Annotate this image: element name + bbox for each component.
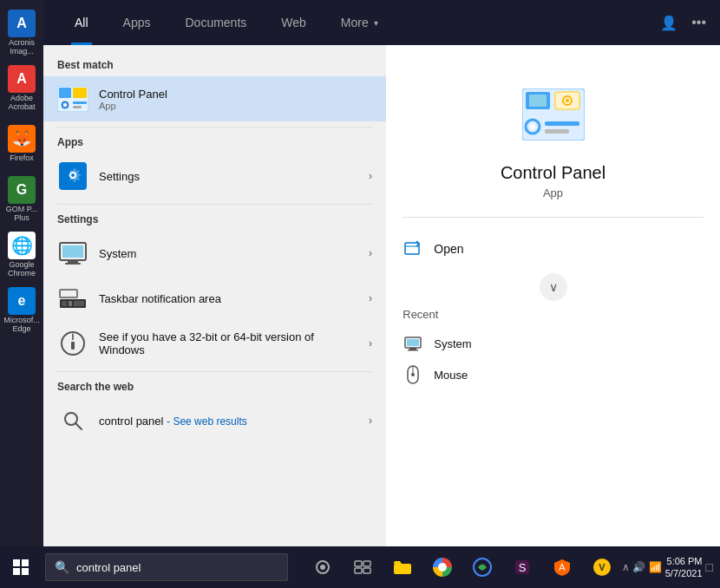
- web-search-item[interactable]: control panel - See web results ›: [43, 398, 386, 443]
- tab-all[interactable]: All: [57, 0, 106, 45]
- slack-button[interactable]: S: [505, 550, 540, 585]
- svg-rect-37: [409, 348, 416, 350]
- svg-rect-26: [529, 95, 547, 107]
- taskbar-search-input[interactable]: [76, 561, 267, 574]
- svg-rect-50: [355, 568, 362, 573]
- tab-web[interactable]: Web: [264, 0, 324, 45]
- vpn-button[interactable]: V: [585, 550, 619, 585]
- taskbar: 🔍: [0, 546, 720, 588]
- start-button[interactable]: [0, 546, 42, 588]
- settings-arrow: ›: [369, 170, 372, 182]
- svg-rect-15: [62, 301, 67, 306]
- web-header: Search the web: [43, 377, 386, 398]
- system-item[interactable]: System ›: [43, 231, 386, 276]
- acronis-icon: A: [8, 10, 36, 37]
- svg-rect-51: [363, 568, 370, 573]
- sidebar-app-edge[interactable]: e Microsof...Edge: [3, 284, 41, 336]
- system-icon: [57, 238, 88, 269]
- results-panel: Best match Control Panel App: [43, 45, 386, 546]
- detail-panel: Control Panel App Open ∨ Recent: [386, 45, 720, 546]
- sidebar-app-acronis[interactable]: A AcronisImag...: [3, 7, 41, 59]
- svg-text:V: V: [599, 562, 605, 572]
- gomp-icon: G: [8, 176, 36, 204]
- web-arrow: ›: [369, 415, 372, 427]
- web-item-text: control panel - See web results: [99, 415, 358, 428]
- taskbar-icon: [57, 283, 88, 314]
- task-view-button[interactable]: [305, 550, 340, 585]
- svg-rect-36: [407, 339, 419, 346]
- open-icon: [403, 238, 423, 259]
- detail-divider: [403, 217, 704, 218]
- expand-button[interactable]: ∨: [540, 273, 567, 301]
- chrome-taskbar-button[interactable]: [425, 550, 460, 585]
- person-icon[interactable]: 👤: [660, 15, 677, 31]
- svg-rect-1: [59, 88, 71, 98]
- best-match-item[interactable]: Control Panel App: [43, 76, 386, 121]
- antivirus-button[interactable]: A: [545, 550, 579, 585]
- bitness-item[interactable]: i See if you have a 32-bit or 64-bit ver…: [43, 321, 386, 366]
- recent-system[interactable]: System: [403, 328, 704, 359]
- system-arrow: ›: [369, 247, 372, 259]
- settings-text: Settings: [99, 170, 358, 183]
- sidebar-app-acrobat[interactable]: A AdobeAcrobat: [3, 62, 41, 114]
- best-match-text: Control Panel App: [99, 88, 372, 111]
- svg-point-4: [63, 103, 67, 107]
- svg-rect-5: [73, 101, 87, 104]
- svg-text:S: S: [519, 561, 527, 574]
- svg-rect-48: [355, 561, 362, 566]
- svg-text:A: A: [559, 562, 566, 572]
- detail-title: Control Panel: [501, 163, 605, 183]
- sidebar-app-gomp[interactable]: G GOM P...Plus: [3, 173, 41, 225]
- detail-subtitle: App: [543, 186, 563, 199]
- svg-rect-45: [22, 568, 29, 575]
- svg-point-47: [320, 565, 325, 570]
- taskbar-search-box[interactable]: 🔍: [45, 553, 288, 581]
- detail-app-icon: [519, 80, 588, 149]
- taskbar-notification-arrow: ›: [369, 292, 372, 304]
- file-explorer-button[interactable]: [385, 550, 420, 585]
- chevron-down-icon: ∨: [549, 280, 558, 294]
- svg-rect-52: [394, 564, 411, 574]
- more-options-icon[interactable]: •••: [691, 15, 706, 30]
- settings-header: Settings: [43, 210, 386, 231]
- chrome-icon: 🌐: [8, 232, 36, 259]
- open-action[interactable]: Open: [403, 232, 704, 266]
- more-chevron-icon: ▾: [374, 18, 378, 28]
- info-icon: i: [57, 328, 88, 359]
- svg-rect-18: [60, 290, 77, 297]
- web-search-icon: [57, 405, 88, 436]
- tab-documents[interactable]: Documents: [167, 0, 264, 45]
- colorful-icon-1[interactable]: [465, 550, 500, 585]
- search-nav: All Apps Documents Web More ▾ 👤 •••: [43, 0, 720, 45]
- taskbar-center-icons: S A V: [305, 550, 619, 585]
- firefox-icon: 🦊: [8, 125, 36, 153]
- bitness-arrow: ›: [369, 337, 372, 350]
- taskbar-right: ∧ 🔊 📶 5:06 PM5/7/2021 □: [622, 555, 720, 580]
- svg-point-41: [411, 373, 415, 376]
- tab-more[interactable]: More ▾: [324, 0, 396, 45]
- svg-point-29: [566, 99, 569, 102]
- tab-apps[interactable]: Apps: [106, 0, 168, 45]
- sidebar-app-firefox[interactable]: 🦊 Firefox: [3, 118, 41, 170]
- svg-rect-42: [13, 559, 20, 566]
- svg-text:i: i: [71, 331, 74, 343]
- bitness-text: See if you have a 32-bit or 64-bit versi…: [99, 330, 358, 356]
- settings-item[interactable]: Settings ›: [43, 154, 386, 199]
- system-tray-icons[interactable]: ∧ 🔊 📶: [622, 561, 662, 573]
- sidebar: A AcronisImag... A AdobeAcrobat 🦊 Firefo…: [0, 0, 43, 546]
- notification-button[interactable]: □: [706, 560, 713, 574]
- divider-2: [57, 204, 372, 205]
- nav-right-icons: 👤 •••: [660, 15, 706, 31]
- taskbar-multi-desktop-button[interactable]: [345, 550, 380, 585]
- taskbar-notification-item[interactable]: Taskbar notification area ›: [43, 276, 386, 321]
- svg-rect-32: [545, 121, 579, 126]
- clock: 5:06 PM5/7/2021: [665, 555, 703, 580]
- svg-rect-6: [73, 106, 82, 108]
- svg-rect-33: [545, 129, 569, 134]
- svg-line-23: [75, 423, 82, 429]
- apps-header: Apps: [43, 133, 386, 154]
- recent-mouse[interactable]: Mouse: [403, 359, 704, 390]
- acrobat-icon: A: [8, 65, 36, 93]
- start-menu: All Apps Documents Web More ▾ 👤 ••• Best…: [43, 0, 720, 546]
- sidebar-app-chrome[interactable]: 🌐 GoogleChrome: [3, 229, 41, 281]
